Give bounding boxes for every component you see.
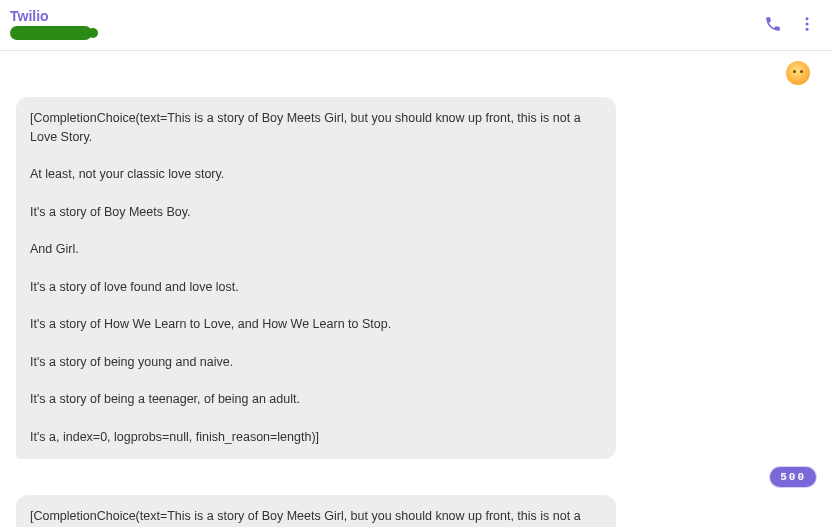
more-vert-icon[interactable]: [798, 15, 816, 33]
sun-with-face-icon: [786, 61, 810, 85]
emoji-message[interactable]: [786, 61, 816, 89]
contact-number-redacted: [10, 26, 92, 40]
message-row: 500: [16, 467, 816, 487]
svg-point-0: [806, 17, 809, 20]
svg-point-1: [806, 23, 809, 26]
svg-point-2: [806, 28, 809, 31]
contact-block: Twilio: [10, 8, 92, 40]
message-bubble[interactable]: [CompletionChoice(text=This is a story o…: [16, 495, 616, 528]
message-row: [CompletionChoice(text=This is a story o…: [16, 495, 816, 528]
contact-name: Twilio: [10, 8, 92, 24]
message-row: [16, 61, 816, 89]
phone-icon[interactable]: [764, 15, 782, 33]
message-bubble[interactable]: [CompletionChoice(text=This is a story o…: [16, 97, 616, 459]
chat-header: Twilio: [0, 0, 832, 51]
message-row: [CompletionChoice(text=This is a story o…: [16, 97, 816, 459]
badge-500[interactable]: 500: [770, 467, 816, 487]
chat-area[interactable]: [CompletionChoice(text=This is a story o…: [0, 51, 832, 527]
header-actions: [764, 15, 816, 33]
